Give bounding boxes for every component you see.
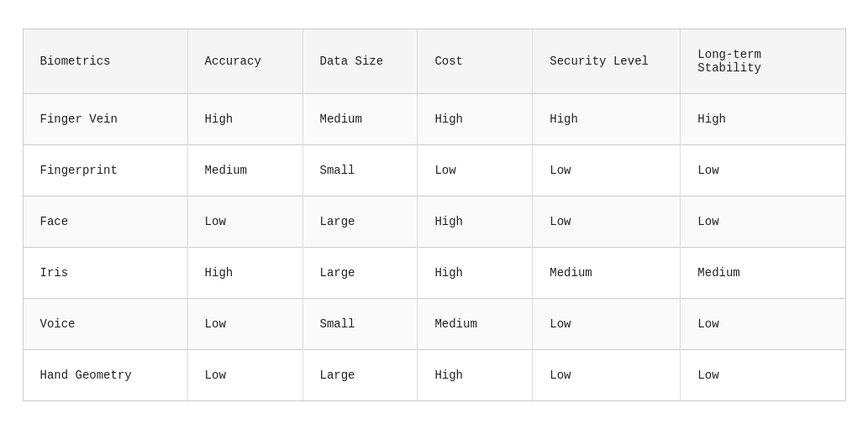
cell-2-longterm_stability: Low	[681, 196, 845, 247]
cell-2-accuracy: Low	[187, 196, 302, 247]
cell-1-longterm_stability: Low	[681, 144, 845, 196]
table-row: IrisHighLargeHighMediumMedium	[24, 247, 845, 298]
col-header-accuracy: Accuracy	[187, 29, 302, 94]
table-row: VoiceLowSmallMediumLowLow	[24, 298, 845, 349]
cell-5-longterm_stability: Low	[681, 349, 845, 400]
cell-4-data_size: Small	[302, 298, 418, 349]
cell-0-cost: High	[418, 93, 533, 144]
cell-2-cost: High	[418, 196, 533, 247]
col-header-security-level: Security Level	[533, 29, 681, 94]
col-header-data-size: Data Size	[302, 29, 418, 94]
cell-1-security_level: Low	[533, 144, 681, 196]
col-header-biometrics: Biometrics	[24, 29, 188, 94]
cell-4-longterm_stability: Low	[681, 298, 845, 349]
table-header-row: Biometrics Accuracy Data Size Cost Secur…	[24, 29, 845, 94]
cell-5-security_level: Low	[533, 349, 681, 400]
table-row: FingerprintMediumSmallLowLowLow	[24, 144, 845, 196]
cell-3-accuracy: High	[187, 247, 302, 298]
cell-1-cost: Low	[418, 144, 533, 196]
table-row: Finger VeinHighMediumHighHighHigh	[24, 93, 845, 144]
cell-0-data_size: Medium	[302, 93, 418, 144]
cell-5-cost: High	[418, 349, 533, 400]
cell-3-data_size: Large	[302, 247, 418, 298]
cell-2-data_size: Large	[302, 196, 418, 247]
biometrics-table-container: Biometrics Accuracy Data Size Cost Secur…	[23, 29, 846, 401]
col-header-longterm-stability: Long-term Stability	[681, 29, 845, 94]
cell-4-security_level: Low	[533, 298, 681, 349]
cell-3-security_level: Medium	[533, 247, 681, 298]
cell-1-data_size: Small	[302, 144, 418, 196]
cell-1-biometrics: Fingerprint	[24, 144, 188, 196]
cell-3-longterm_stability: Medium	[681, 247, 845, 298]
cell-1-accuracy: Medium	[187, 144, 302, 196]
cell-0-longterm_stability: High	[681, 93, 845, 144]
cell-4-cost: Medium	[418, 298, 533, 349]
cell-5-accuracy: Low	[187, 349, 302, 400]
table-row: Hand GeometryLowLargeHighLowLow	[24, 349, 845, 400]
cell-4-biometrics: Voice	[24, 298, 188, 349]
cell-3-cost: High	[418, 247, 533, 298]
col-header-cost: Cost	[418, 29, 533, 94]
cell-4-accuracy: Low	[187, 298, 302, 349]
cell-2-biometrics: Face	[24, 196, 188, 247]
cell-5-data_size: Large	[302, 349, 418, 400]
cell-0-biometrics: Finger Vein	[24, 93, 188, 144]
cell-5-biometrics: Hand Geometry	[24, 349, 188, 400]
cell-0-accuracy: High	[187, 93, 302, 144]
cell-0-security_level: High	[533, 93, 681, 144]
cell-2-security_level: Low	[533, 196, 681, 247]
biometrics-table: Biometrics Accuracy Data Size Cost Secur…	[24, 29, 845, 400]
cell-3-biometrics: Iris	[24, 247, 188, 298]
table-row: FaceLowLargeHighLowLow	[24, 196, 845, 247]
